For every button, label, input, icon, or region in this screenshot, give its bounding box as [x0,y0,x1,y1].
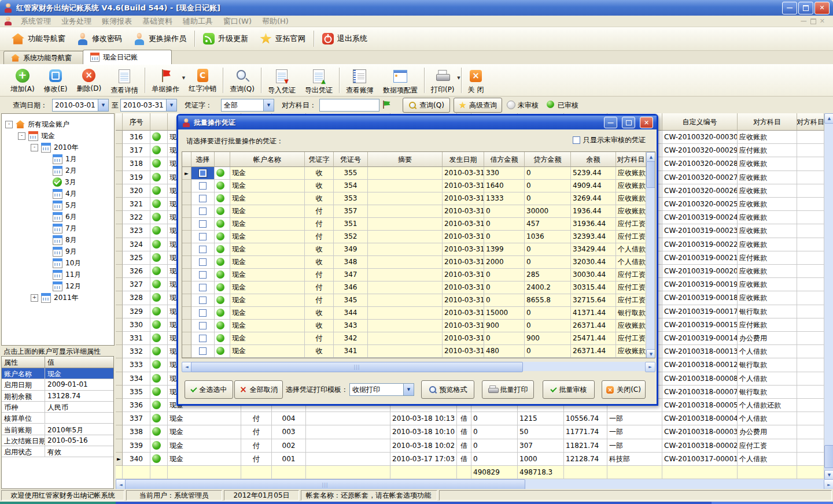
main-cell-custom_id[interactable]: CW-20100320-00029 [662,144,738,157]
main-cell-summary[interactable] [306,453,390,466]
main-cell-extra[interactable] [797,412,824,425]
row-marker[interactable] [182,294,191,307]
row-marker[interactable] [116,345,123,358]
main-cell-subject[interactable]: 办公费用 [738,332,797,345]
tree-item-5月[interactable]: 5月 [43,199,77,211]
main-cell-custom_id[interactable]: CW-20100319-00022 [662,238,738,251]
main-cell-custom_id[interactable]: CW-20100318-00013 [662,345,738,358]
dialog-cell-check[interactable] [191,205,215,218]
close-button[interactable]: ✕ [814,2,830,14]
main-cell-icon[interactable] [150,372,168,386]
main-cell-vtype[interactable]: 付 [241,453,272,466]
main-cell-extra[interactable] [797,184,824,198]
row-marker[interactable] [116,332,123,345]
menu-item-1[interactable]: 业务处理 [56,16,97,27]
row-marker[interactable] [116,265,123,278]
main-cell-extra[interactable] [797,345,824,358]
main-cell-subject[interactable]: 应付工资 [738,439,797,453]
main-cell-subject[interactable]: 应收账款 [738,224,797,238]
main-cell-balance[interactable]: 12128.74 [564,453,607,466]
main-cell-custom_id[interactable]: CW-20100317-00001 [662,453,738,466]
toolbar-button-exit[interactable]: 退出系统 [316,31,373,47]
main-cell-custom_id[interactable]: CW-20100318-00007 [662,386,738,399]
row-marker[interactable] [116,372,123,386]
date-from-select[interactable]: 2010-03-01 ▼ [52,99,109,112]
tree-toggle-icon[interactable]: - [5,121,13,128]
main-cell-icon[interactable] [150,453,168,466]
scrollbar-thumb[interactable] [646,161,655,188]
main-cell-extra[interactable] [797,439,824,453]
main-cell-balance[interactable]: 11821.74 [564,439,607,453]
main-cell-name[interactable]: 现金 [168,412,241,425]
main-cell-seq[interactable]: 323 [123,224,150,238]
main-cell-seq[interactable]: 318 [123,157,150,171]
main-cell-subject[interactable]: 应收账款 [738,265,797,278]
row-marker[interactable] [116,291,123,305]
main-cell-seq[interactable]: 330 [123,318,150,332]
row-marker[interactable] [116,278,123,291]
tree-toggle-icon[interactable]: + [31,294,38,302]
main-cell-seq[interactable]: 326 [123,265,150,278]
scroll-down-icon[interactable]: ▼ [646,349,655,358]
main-cell-credit[interactable]: 50 [518,425,564,439]
voucher-checkbox[interactable] [199,284,207,291]
main-cell-icon[interactable] [150,305,168,318]
main-cell-icon[interactable] [150,278,168,291]
main-cell-subject[interactable]: 应付账款 [738,251,797,265]
main-cell-summary[interactable] [306,439,390,453]
search-button[interactable]: 查询(Q) [403,98,450,113]
row-marker[interactable] [182,332,191,345]
dropdown-arrow-icon[interactable]: ▼ [457,76,460,80]
main-cell-custom_id[interactable]: CW-20100318-00003 [662,425,738,439]
main-cell-summary[interactable] [306,425,390,439]
batch-audit-button[interactable]: 批量审核 [543,380,595,399]
main-cell-seq[interactable]: 333 [123,358,150,372]
dialog-column-header-subject[interactable]: 对方科目 [616,152,646,167]
main-cell-vno[interactable]: 001 [272,453,306,466]
main-cell-subject[interactable]: 应收账款 [738,238,797,251]
main-cell-icon[interactable] [150,425,168,439]
dialog-cell-check[interactable] [191,256,215,269]
main-cell-extra[interactable] [797,157,824,171]
vertical-scrollbar[interactable]: ▲ ▼ [824,113,833,479]
main-cell-icon[interactable] [150,399,168,412]
main-cell-icon[interactable] [150,144,168,157]
main-cell-custom_id[interactable]: CW-20100320-00025 [662,198,738,211]
checkbox-icon[interactable] [573,136,580,144]
main-cell-subject[interactable]: 办公费用 [738,425,797,439]
main-cell-subject[interactable]: 应收账款 [738,184,797,198]
action-detail[interactable]: 查看详情 [106,66,143,98]
tree-item-3月[interactable]: 3月 [43,176,76,188]
action-add[interactable]: +增加(A) [6,66,39,97]
main-cell-extra[interactable] [797,144,824,157]
main-cell-name[interactable]: 现金 [168,439,241,453]
voucher-checkbox[interactable] [199,335,207,342]
row-marker[interactable] [116,399,123,412]
main-cell-seq[interactable]: 328 [123,291,150,305]
main-cell-icon[interactable] [150,439,168,453]
main-cell-extra[interactable] [797,305,824,318]
main-cell-seq[interactable]: 327 [123,278,150,291]
horizontal-scrollbar[interactable]: ◄ ||| ► [116,479,833,489]
main-cell-custom_id[interactable]: CW-20100319-00019 [662,278,738,291]
main-cell-dir[interactable]: 借 [457,453,471,466]
dialog-cell-check[interactable] [191,167,215,180]
main-cell-dir[interactable]: 借 [457,412,471,425]
tree-item-6月[interactable]: 6月 [43,211,77,223]
tree-item-现金[interactable]: -现金 [18,130,55,142]
main-cell-extra[interactable] [797,291,824,305]
main-cell-date[interactable]: 2010-03-18 10:02 [390,439,457,453]
action-data-config[interactable]: 数据项配置 [378,66,422,98]
toolbar-button-switch-operator[interactable]: 更换操作员 [128,30,192,47]
row-marker[interactable] [116,238,123,251]
row-marker[interactable] [116,412,123,425]
row-marker[interactable] [116,318,123,332]
main-cell-debit[interactable]: 0 [471,453,518,466]
tree-item-1月[interactable]: 1月 [43,153,77,165]
main-cell-icon[interactable] [150,291,168,305]
dialog-horizontal-scrollbar[interactable]: ◄ ||| ► [182,362,654,371]
dialog-cell-check[interactable] [191,218,215,231]
row-marker[interactable] [116,224,123,238]
main-cell-dept[interactable]: 一部 [607,412,662,425]
row-marker[interactable] [116,131,123,144]
